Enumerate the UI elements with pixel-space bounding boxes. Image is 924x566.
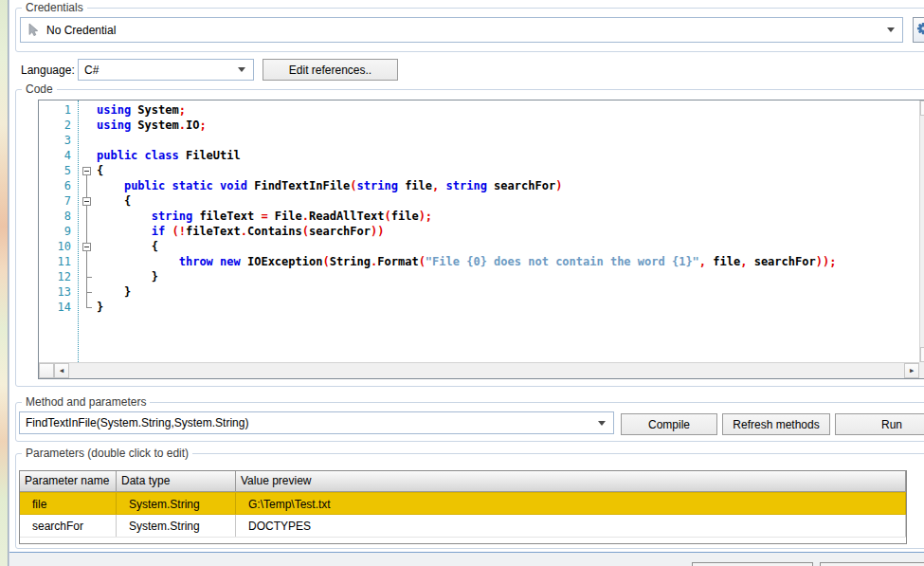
line-number: 12 bbox=[39, 269, 77, 284]
line-number: 6 bbox=[39, 178, 77, 193]
code-line[interactable]: 13 } bbox=[39, 284, 919, 300]
horizontal-scrollbar[interactable]: ◀ ▶ bbox=[39, 362, 919, 378]
script-dialog: Credentials No Credential bbox=[9, 0, 924, 552]
code-line[interactable]: 11 throw new IOException(String.Format("… bbox=[39, 254, 919, 269]
fold-spacer bbox=[80, 133, 95, 148]
column-header-data-type[interactable]: Data type bbox=[117, 471, 236, 491]
code-line[interactable]: 6 public static void FindTextInFile(stri… bbox=[39, 178, 919, 193]
compile-button[interactable]: Compile bbox=[621, 413, 717, 435]
code-line[interactable]: 10 { bbox=[39, 239, 919, 254]
code-text: } bbox=[95, 300, 103, 315]
code-line[interactable]: 9 if (!fileText.Contains(searchFor)) bbox=[39, 224, 919, 239]
code-text bbox=[95, 133, 97, 148]
line-number: 9 bbox=[39, 224, 77, 239]
chevron-down-icon[interactable] bbox=[887, 27, 895, 32]
fold-spacer bbox=[80, 148, 95, 163]
code-text: public class FileUtil bbox=[95, 148, 241, 163]
run-button[interactable]: Run bbox=[835, 413, 924, 435]
code-line[interactable]: 7 { bbox=[39, 193, 919, 209]
line-number: 3 bbox=[39, 133, 77, 148]
line-number: 11 bbox=[39, 254, 77, 269]
fold-marker-icon bbox=[80, 300, 95, 315]
fold-marker-icon bbox=[80, 209, 95, 224]
code-lines: 1using System;2using System.IO;34public … bbox=[39, 102, 919, 315]
code-line[interactable]: 2using System.IO; bbox=[39, 118, 919, 133]
fold-marker-icon[interactable] bbox=[80, 163, 95, 178]
code-line[interactable]: 14} bbox=[39, 300, 919, 315]
footer-button-2[interactable] bbox=[820, 562, 924, 566]
code-line[interactable]: 1using System; bbox=[39, 102, 919, 118]
line-number: 10 bbox=[39, 239, 77, 254]
table-cell: searchFor bbox=[20, 515, 117, 537]
code-text: if (!fileText.Contains(searchFor)) bbox=[95, 224, 384, 239]
code-line[interactable]: 3 bbox=[39, 133, 919, 148]
line-number: 2 bbox=[39, 118, 77, 133]
chevron-down-icon[interactable] bbox=[598, 421, 606, 426]
method-select[interactable]: FindTextInFile(System.String,System.Stri… bbox=[19, 411, 614, 434]
fold-spacer bbox=[80, 118, 95, 133]
table-header-row: Parameter name Data type Value preview bbox=[20, 471, 906, 492]
credential-select-value: No Credential bbox=[41, 24, 887, 37]
credentials-group-label: Credentials bbox=[22, 1, 87, 15]
code-line[interactable]: 4public class FileUtil bbox=[39, 148, 919, 163]
table-cell: G:\Temp\Test.txt bbox=[236, 493, 906, 514]
table-cell: file bbox=[20, 493, 117, 514]
table-row[interactable]: fileSystem.StringG:\Temp\Test.txt bbox=[20, 492, 906, 515]
line-number: 5 bbox=[39, 163, 77, 178]
scroll-left-icon[interactable]: ◀ bbox=[54, 363, 69, 378]
edit-references-button[interactable]: Edit references.. bbox=[263, 59, 398, 81]
code-text: using System; bbox=[95, 102, 186, 118]
fold-marker-icon bbox=[80, 254, 95, 269]
code-line[interactable]: 5{ bbox=[39, 163, 919, 178]
code-area[interactable]: 1using System;2using System.IO;34public … bbox=[39, 100, 919, 362]
param-rows: fileSystem.StringG:\Temp\Test.txtsearchF… bbox=[20, 492, 906, 538]
fold-marker-icon bbox=[80, 224, 95, 239]
code-line[interactable]: 12 } bbox=[39, 269, 919, 284]
scroll-right-icon[interactable]: ▶ bbox=[904, 363, 919, 378]
parameters-group-label: Parameters (double click to edit) bbox=[22, 447, 192, 461]
line-number: 8 bbox=[39, 209, 77, 224]
scroll-down-icon[interactable]: ▼ bbox=[920, 347, 924, 362]
manage-credentials-button[interactable] bbox=[913, 17, 924, 43]
code-text: { bbox=[95, 163, 103, 178]
credentials-group: Credentials No Credential bbox=[15, 8, 924, 52]
code-text: using System.IO; bbox=[95, 118, 207, 133]
code-text: public static void FindTextInFile(string… bbox=[95, 178, 562, 193]
scrollbar-track[interactable] bbox=[69, 363, 904, 378]
credential-select[interactable]: No Credential bbox=[20, 17, 903, 43]
cursor-arrow-icon bbox=[27, 23, 41, 38]
language-select-value: C# bbox=[79, 64, 238, 77]
code-text: { bbox=[95, 193, 131, 209]
size-box[interactable] bbox=[39, 363, 54, 378]
vertical-scrollbar[interactable]: ▲ ▼ bbox=[919, 100, 924, 362]
table-cell: System.String bbox=[117, 515, 236, 537]
code-text: } bbox=[95, 284, 131, 300]
fold-marker-icon[interactable] bbox=[80, 239, 95, 254]
code-text: } bbox=[95, 269, 158, 284]
chevron-down-icon[interactable] bbox=[238, 67, 245, 72]
parameters-table: Parameter name Data type Value preview f… bbox=[19, 470, 907, 544]
refresh-methods-button[interactable]: Refresh methods bbox=[722, 413, 830, 435]
column-header-value-preview[interactable]: Value preview bbox=[236, 471, 906, 491]
fold-marker-icon[interactable] bbox=[80, 193, 95, 209]
gears-icon bbox=[916, 21, 924, 39]
fold-marker-icon bbox=[80, 178, 95, 193]
line-number: 1 bbox=[39, 102, 77, 118]
footer-button-1[interactable] bbox=[692, 562, 813, 566]
code-line[interactable]: 8 string fileText = File.ReadAllText(fil… bbox=[39, 209, 919, 224]
language-select[interactable]: C# bbox=[78, 59, 254, 81]
code-editor[interactable]: 1using System;2using System.IO;34public … bbox=[38, 100, 924, 379]
line-number: 7 bbox=[39, 193, 77, 209]
table-row[interactable]: searchForSystem.StringDOCTYPES bbox=[20, 515, 906, 538]
fold-marker-icon bbox=[80, 284, 95, 300]
column-header-parameter-name[interactable]: Parameter name bbox=[20, 471, 117, 491]
line-number: 13 bbox=[39, 284, 77, 300]
fold-spacer bbox=[80, 102, 95, 118]
fold-marker-icon bbox=[80, 269, 95, 284]
code-text: throw new IOException(String.Format("Fil… bbox=[95, 254, 836, 269]
code-group-label: Code bbox=[22, 82, 57, 97]
line-number: 4 bbox=[39, 148, 77, 163]
scroll-up-icon[interactable]: ▲ bbox=[920, 100, 924, 116]
scrollbar-corner bbox=[919, 362, 924, 378]
method-select-value: FindTextInFile(System.String,System.Stri… bbox=[20, 416, 598, 429]
